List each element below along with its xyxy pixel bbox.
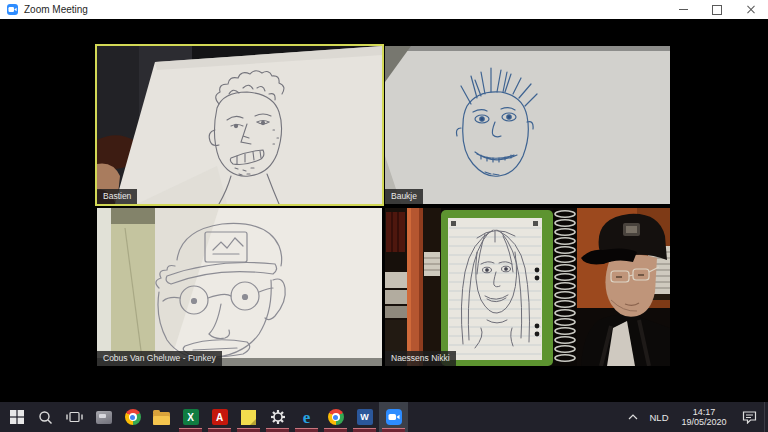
excel-icon: X	[183, 409, 199, 425]
tray-overflow-button[interactable]	[622, 402, 644, 432]
sticky-notes-button[interactable]	[234, 402, 263, 432]
sticky-notes-icon	[241, 410, 256, 425]
minimize-icon	[679, 9, 688, 10]
maximize-button[interactable]	[700, 0, 734, 19]
chrome-icon	[328, 409, 344, 425]
word-button[interactable]: W	[350, 402, 379, 432]
chrome-2-button[interactable]	[321, 402, 350, 432]
zoom-app-icon	[7, 4, 18, 15]
video-feed-baukje	[385, 46, 670, 204]
close-icon	[746, 5, 756, 15]
pinned-app-icon	[96, 411, 112, 424]
chrome-icon	[125, 409, 141, 425]
video-feed-nikki	[385, 208, 670, 366]
video-feed-cobus	[97, 208, 382, 366]
windows-taskbar: X A e	[0, 402, 768, 432]
edge-icon: e	[303, 409, 311, 426]
clock[interactable]: 14:17 19/05/2020	[674, 402, 734, 432]
time-text: 14:17	[693, 407, 716, 417]
chevron-up-icon	[628, 414, 638, 420]
language-indicator[interactable]: NLD	[644, 402, 674, 432]
participant-name-label: Naessens Nikki	[385, 351, 456, 366]
file-explorer-button[interactable]	[147, 402, 176, 432]
file-explorer-icon	[153, 412, 170, 425]
settings-button[interactable]	[263, 402, 292, 432]
video-gallery: Bastien	[97, 46, 670, 366]
window-controls	[666, 0, 768, 19]
acrobat-icon: A	[212, 409, 228, 425]
close-button[interactable]	[734, 0, 768, 19]
start-button[interactable]	[2, 402, 31, 432]
zoom-taskbar-button[interactable]	[379, 402, 408, 432]
video-tile-nikki[interactable]: Naessens Nikki	[385, 208, 670, 366]
video-tile-bastien[interactable]: Bastien	[97, 46, 382, 204]
action-center-button[interactable]	[734, 402, 764, 432]
video-tile-baukje[interactable]: Baukje	[385, 46, 670, 204]
task-view-button[interactable]	[60, 402, 89, 432]
pinned-app-button[interactable]	[89, 402, 118, 432]
participant-name-label: Bastien	[97, 189, 137, 204]
participant-name-label: Cobus Van Gheluwe - Funkey	[97, 351, 222, 366]
task-view-icon	[66, 410, 83, 424]
video-tile-cobus[interactable]: Cobus Van Gheluwe - Funkey	[97, 208, 382, 366]
maximize-icon	[712, 5, 722, 15]
show-desktop-button[interactable]	[764, 402, 768, 432]
system-tray: NLD 14:17 19/05/2020	[622, 402, 768, 432]
date-text: 19/05/2020	[681, 417, 726, 427]
participant-name-label: Baukje	[385, 189, 423, 204]
excel-button[interactable]: X	[176, 402, 205, 432]
chrome-button[interactable]	[118, 402, 147, 432]
window-title: Zoom Meeting	[24, 4, 88, 15]
word-icon: W	[357, 409, 373, 425]
action-center-icon	[742, 410, 757, 424]
edge-button[interactable]: e	[292, 402, 321, 432]
minimize-button[interactable]	[666, 0, 700, 19]
windows-logo-icon	[10, 410, 24, 424]
settings-gear-icon	[270, 409, 286, 425]
zoom-icon	[386, 409, 402, 425]
taskbar-apps: X A e	[0, 402, 408, 432]
window-titlebar: Zoom Meeting	[0, 0, 768, 19]
zoom-meeting-window: Zoom Meeting	[0, 0, 768, 432]
search-button[interactable]	[31, 402, 60, 432]
search-icon	[38, 410, 53, 425]
acrobat-button[interactable]: A	[205, 402, 234, 432]
video-feed-bastien	[97, 46, 382, 204]
